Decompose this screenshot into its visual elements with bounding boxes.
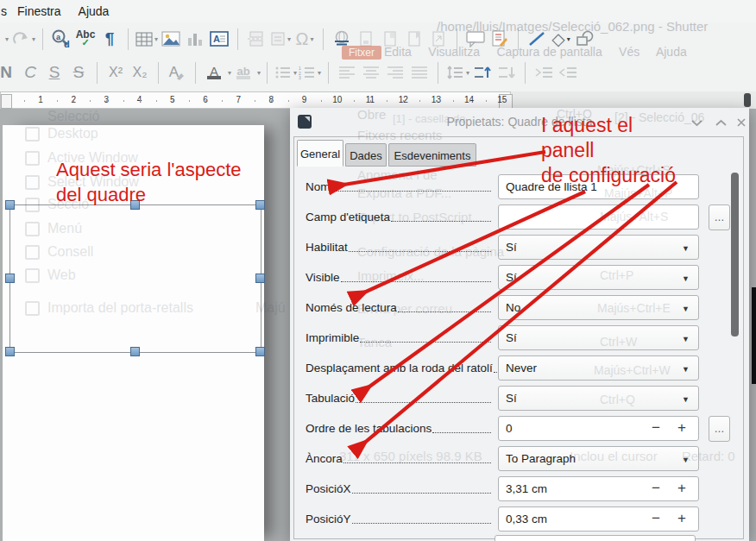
track-changes-button[interactable] [488,26,511,52]
field-dropdown-imprimible[interactable]: Sí▼ [498,325,699,350]
frame-handle-sw[interactable] [5,347,15,356]
dotted-leader [494,372,497,373]
basic-shapes-button[interactable]: ◇ ▾ [550,26,572,52]
spin-plus-button[interactable]: + [677,480,686,497]
shapes-icon [575,30,595,47]
field-labelbox-imprimible: Imprimible [306,325,493,350]
field-row-visible: VisibleSí▼ [293,265,746,290]
field-browse-button-camp-d-etiqueta[interactable]: … [709,204,730,230]
align-right-button[interactable] [384,60,406,85]
field-spinbox-ordre-de-les-tabulacions[interactable]: 0−+ [498,416,699,441]
menu-item-ajuda[interactable]: Ajuda [70,4,118,18]
align-right-icon [387,66,404,79]
strikethrough-button[interactable]: S [67,60,90,85]
close-button[interactable] [734,116,749,129]
superscript-button[interactable]: X² [104,60,127,85]
insert-table-button[interactable]: ▾ [135,26,158,52]
undo-dropdown-button[interactable]: ▾ [1,26,11,52]
paragraph-spacing-increase-button[interactable] [471,60,494,85]
redo-button[interactable]: ▾ [13,26,35,52]
numbered-list-icon: 123 [299,66,316,79]
field-dropdown-tabulacio[interactable]: Sí▼ [498,386,699,411]
horizontal-ruler[interactable]: 123456789101112131415 [0,91,756,109]
insert-hyperlink-button[interactable] [331,26,353,52]
edit-document-icon [490,30,509,47]
insert-field-button[interactable]: ▾ [269,26,292,52]
maximize-button[interactable] [713,116,728,129]
field-value-ordre-de-les-tabulacions: 0 [506,422,513,435]
menu-item-finestra[interactable]: Finestra [9,4,70,18]
clear-formatting-button[interactable]: A [166,60,188,85]
frame-handle-e[interactable] [255,274,265,283]
partial-next-field[interactable] [495,535,696,541]
decrease-indent-button[interactable] [557,60,579,85]
insert-image-button[interactable] [160,26,182,52]
spin-minus-button[interactable]: − [652,480,660,497]
spin-minus-button[interactable]: − [652,419,660,437]
frame-handle-se[interactable] [255,347,265,356]
field-dropdown-habilitat[interactable]: Sí▼ [498,235,699,260]
background-scrollbar-fragment [744,93,751,107]
insert-comment-button[interactable] [464,26,487,52]
field-dropdown-nomes-de-lectura[interactable]: No▼ [498,295,699,320]
insert-textbox-button[interactable]: A [208,26,230,52]
align-center-button[interactable] [360,60,382,85]
subscript-button[interactable]: X₂ [129,60,151,85]
document-page[interactable]: Aquest seria l'aspecte del quadre [3,125,264,541]
frame-handle-ne[interactable] [255,200,265,210]
frame-handle-s[interactable] [130,347,140,356]
ruler-number: 4 [137,95,142,104]
insert-chart-button[interactable] [184,26,206,52]
tab-esdeveniments[interactable]: Esdeveniments [388,143,476,167]
font-color-button[interactable]: A [203,60,225,85]
align-left-button[interactable] [336,60,358,85]
dialog-titlebar[interactable]: Propietats: Quadre de llista [290,108,749,136]
ruler-number: 15 [497,95,507,104]
minimize-button[interactable] [689,116,704,129]
highlight-color-button[interactable]: ab [232,60,255,85]
bold-button[interactable]: N [0,60,17,85]
field-spinbox-posiciox[interactable]: 3,31 cm−+ [498,476,699,501]
more-shapes-button[interactable] [574,26,596,52]
field-spinbox-posicioy[interactable]: 0,33 cm−+ [498,506,699,532]
dotted-leader [341,281,491,282]
listbox-frame[interactable] [9,204,261,353]
field-dropdown-ancora[interactable]: To Paragraph▼ [498,446,699,471]
dialog-scrollbar-thumb[interactable] [731,173,739,337]
spin-plus-button[interactable]: + [677,419,686,437]
paragraph-spacing-decrease-button[interactable] [495,60,518,85]
field-dropdown-desplacament-amb-la-roda-del-ratoli[interactable]: Never▼ [498,355,699,381]
find-replace-button[interactable]: ad [50,26,72,52]
align-justify-button[interactable] [408,60,431,85]
spellcheck-button[interactable]: Abc ✓ [74,26,97,52]
insert-page-break-button[interactable] [245,26,268,52]
formatting-marks-button[interactable]: ¶ [98,26,121,52]
special-character-button[interactable]: Ω ▾ [293,26,316,52]
line-spacing-button[interactable]: ▾ [445,60,469,85]
field-browse-button-ordre-de-les-tabulacions[interactable]: … [709,416,730,442]
insert-line-button[interactable] [526,26,548,52]
underline-button[interactable]: S [43,60,66,85]
bullet-list-button[interactable]: ▾ [274,60,297,85]
spin-minus-button[interactable]: − [652,510,660,527]
increase-indent-button[interactable] [532,60,555,85]
numbered-list-button[interactable]: 123 ▾ [299,60,321,85]
menu-item-partial[interactable]: s [0,4,9,18]
insert-endnote-button[interactable] [379,26,401,52]
decrease-indent-icon [558,66,577,79]
tab-dades[interactable]: Dades [345,143,387,167]
italic-button[interactable]: C [19,60,41,85]
cross-reference-button[interactable] [427,26,450,52]
spin-plus-button[interactable]: + [677,510,686,527]
frame-handle-w[interactable] [5,274,15,283]
insert-footnote-button[interactable] [355,26,377,52]
font-color-icon: A [210,66,218,76]
frame-handle-nw[interactable] [5,200,15,210]
field-dropdown-visible[interactable]: Sí▼ [498,265,699,290]
ruler-margin-box[interactable] [1,94,12,109]
chevron-down-icon: ▾ [318,69,321,77]
field-input-camp-d-etiqueta[interactable] [498,204,699,230]
bold-icon: N [0,63,12,82]
insert-bookmark-button[interactable] [403,26,425,52]
tab-general[interactable]: General [297,140,343,167]
